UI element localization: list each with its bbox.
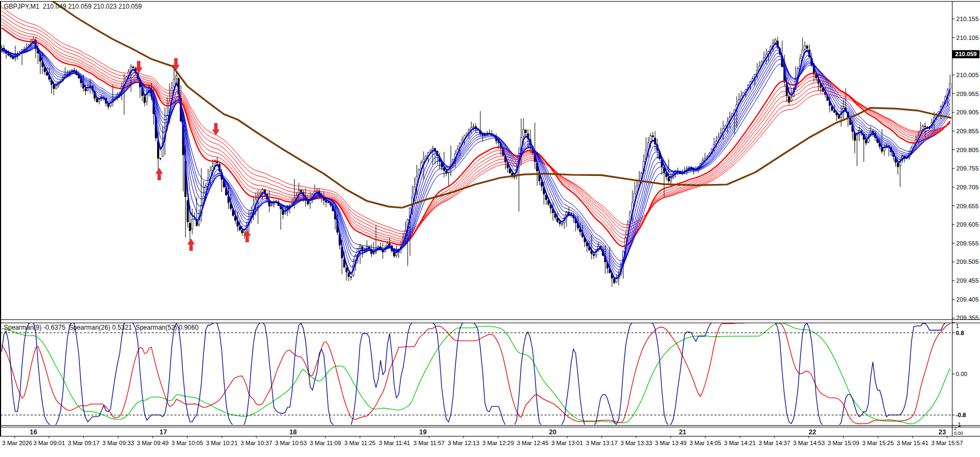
- slow-ema-32: [2, 25, 950, 243]
- time-axis[interactable]: 3 Mar 20263 Mar 09:013 Mar 09:173 Mar 09…: [2, 436, 963, 446]
- axes-layer: [0, 1, 980, 436]
- hour-band-label: 17: [160, 428, 167, 436]
- price-axis-label: 209.855: [956, 128, 979, 134]
- current-price-tag: 210.059: [952, 50, 979, 58]
- price-axis[interactable]: 210.155210.105210.005209.955209.905209.8…: [952, 16, 979, 321]
- slow-ema-55: [2, 7, 950, 231]
- price-axis-label: 209.605: [956, 221, 979, 228]
- time-axis-label: 3 Mar 11:25: [344, 440, 376, 446]
- price-axis-label: 209.405: [956, 296, 979, 303]
- time-axis-label: 3 Mar 13:49: [655, 440, 687, 446]
- price-axis-label: 210.105: [956, 35, 979, 41]
- main-price-pane[interactable]: [0, 0, 952, 287]
- price-axis-label: 209.655: [956, 203, 979, 209]
- time-axis-label: 3 Mar 15:09: [828, 440, 860, 446]
- price-axis-label: 210.155: [956, 16, 979, 22]
- hour-band-scale-label: 0.00: [954, 431, 963, 436]
- time-axis-label: 3 Mar 12:13: [448, 440, 480, 446]
- osc-axis-label: 0.00: [956, 371, 967, 377]
- bull-candles: [1, 39, 951, 282]
- bear-candles: [3, 40, 928, 283]
- slow-ema-50: [2, 11, 950, 234]
- hour-band-label: 19: [419, 428, 427, 436]
- oscillator-axis[interactable]: 10.80.00-0.8-1: [952, 323, 967, 428]
- price-axis-label: 209.755: [956, 165, 979, 172]
- chart-window: 210.155210.105210.005209.955209.905209.8…: [0, 0, 980, 457]
- hour-band-label: 20: [549, 428, 556, 436]
- time-axis-label: 3 Mar 15:57: [931, 440, 963, 446]
- time-axis-label: 3 Mar 09:17: [68, 440, 100, 446]
- time-axis-label: 3 Mar 2026: [2, 440, 32, 446]
- price-axis-label: 209.955: [956, 91, 979, 97]
- osc-axis-label: -0.8: [956, 412, 966, 418]
- indicator-label: Spearman(9) -0.6375 Spearman(26) 0.5321 …: [4, 324, 199, 331]
- time-axis-label: 3 Mar 14:21: [724, 440, 756, 446]
- spearman-line-9: [2, 323, 950, 426]
- time-axis-label: 3 Mar 10:53: [275, 440, 307, 446]
- price-axis-label: 209.555: [956, 240, 979, 247]
- price-axis-label: 209.505: [956, 258, 979, 265]
- osc-axis-label: 1: [956, 323, 959, 329]
- time-axis-label: 3 Mar 09:33: [103, 440, 134, 446]
- hour-band-label: 22: [808, 428, 816, 436]
- time-axis-label: 3 Mar 14:05: [690, 440, 722, 446]
- time-axis-label: 3 Mar 10:05: [172, 440, 203, 446]
- buy-arrow-icon: [187, 238, 195, 251]
- time-axis-label: 3 Mar 10:37: [241, 440, 273, 446]
- fast-ema-11: [2, 47, 950, 267]
- price-axis-label: 209.705: [956, 184, 979, 190]
- time-axis-label: 3 Mar 10:21: [206, 440, 238, 446]
- fast-ema-16: [2, 49, 950, 261]
- fast-ema-13: [2, 48, 950, 264]
- chart-canvas[interactable]: 210.155210.105210.005209.955209.905209.8…: [0, 0, 980, 457]
- price-axis-label: 209.905: [956, 109, 979, 115]
- window-left-border: [0, 1, 1, 436]
- time-axis-label: 3 Mar 11:41: [379, 440, 410, 446]
- time-axis-label: 3 Mar 13:33: [621, 440, 652, 446]
- time-axis-label: 3 Mar 13:01: [552, 440, 583, 446]
- time-axis-label: 3 Mar 09:01: [33, 440, 65, 446]
- candle-wicks: [2, 36, 950, 287]
- price-axis-label: 209.455: [956, 277, 979, 284]
- hour-band-label: 18: [289, 428, 297, 436]
- hour-band-label: 21: [679, 428, 686, 436]
- time-axis-label: 3 Mar 11:57: [413, 440, 445, 446]
- hour-band-label: 16: [30, 428, 37, 436]
- price-axis-label: 210.005: [956, 72, 979, 78]
- time-axis-label: 3 Mar 14:53: [793, 440, 825, 446]
- hour-band-label: 23: [938, 428, 946, 436]
- long-ma: [0, 0, 952, 208]
- oscillator-pane[interactable]: [1, 323, 951, 426]
- osc-axis-label: 0.8: [956, 330, 964, 336]
- time-axis-label: 3 Mar 11:09: [310, 440, 341, 446]
- sell-arrow-icon: [172, 58, 180, 71]
- time-axis-label: 3 Mar 13:17: [586, 440, 618, 446]
- time-axis-label: 3 Mar 09:49: [137, 440, 169, 446]
- slow-ema-28: [2, 28, 950, 247]
- time-axis-label: 3 Mar 14:37: [759, 440, 791, 446]
- price-axis-label: 209.805: [956, 147, 979, 153]
- time-axis-label: 3 Mar 12:29: [482, 440, 514, 446]
- time-axis-label: 3 Mar 15:41: [897, 440, 929, 446]
- buy-arrow-icon: [155, 168, 163, 180]
- time-axis-label: 3 Mar 12:45: [517, 440, 549, 446]
- time-axis-label: 3 Mar 15:25: [862, 440, 894, 446]
- price-axis-label: 209.355: [956, 315, 979, 321]
- chart-title: GBPJPY,M1 210.049 210.059 210.023 210.05…: [4, 3, 142, 10]
